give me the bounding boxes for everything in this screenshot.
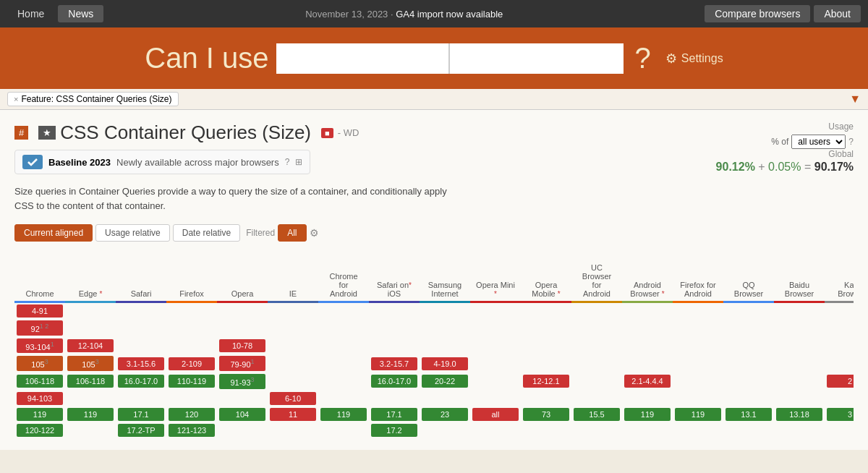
- cell-safari: [116, 319, 166, 337]
- navigation: Home News November 13, 2023 · GA4 import…: [0, 0, 868, 27]
- cell-baidu: [774, 372, 825, 391]
- cell-android: [622, 422, 673, 438]
- home-button[interactable]: Home: [7, 5, 54, 22]
- cell-uc: [571, 337, 622, 355]
- search-input-2[interactable]: [450, 43, 624, 74]
- browser-table-wrap: Chrome Edge * Safari Firefox Opera IE Ch…: [14, 260, 854, 438]
- filter-current-button[interactable]: Current aligned: [14, 224, 93, 242]
- star-button[interactable]: ★: [38, 126, 56, 140]
- about-button[interactable]: About: [814, 5, 861, 22]
- cell-baidu: [774, 354, 825, 372]
- tab-chip[interactable]: × Feature: CSS Container Queries (Size): [7, 92, 179, 106]
- cell-opera_mini: all: [470, 406, 521, 422]
- cell-ie: 11: [268, 406, 318, 422]
- filter-settings-icon[interactable]: ⚙: [310, 227, 319, 239]
- cell-firefox_android: [673, 372, 723, 391]
- cell-opera_mini: [470, 354, 521, 372]
- gear-icon: ⚙: [665, 51, 677, 67]
- cell-chrome_android: [318, 422, 369, 438]
- filter-date-button[interactable]: Date relative: [173, 224, 240, 242]
- filter-icon[interactable]: ▼: [849, 93, 861, 106]
- baseline-copy-icon[interactable]: ⊞: [295, 157, 302, 167]
- cell-firefox_android: [673, 302, 723, 320]
- cell-edge: [65, 302, 116, 320]
- news-button[interactable]: News: [58, 5, 103, 22]
- cell-opera_mini: [470, 319, 521, 337]
- cell-opera_mini: [470, 337, 521, 355]
- cell-chrome_android: [318, 391, 369, 406]
- usage-label: Usage: [651, 122, 854, 132]
- usage-numbers: 90.12% + 0.05% = 90.17%: [651, 161, 854, 174]
- cell-chrome: 921 2: [14, 319, 65, 337]
- nav-date: November 13, 2023: [305, 9, 388, 20]
- cell-opera: 104: [217, 406, 268, 422]
- cell-opera: [217, 391, 268, 406]
- cell-kai: [825, 422, 854, 438]
- nav-cta[interactable]: GA4 import now available: [396, 9, 503, 20]
- cell-chrome: 119: [14, 406, 65, 422]
- cell-firefox_android: [673, 319, 723, 337]
- cell-chrome: 106-118: [14, 372, 65, 391]
- close-icon[interactable]: ×: [14, 95, 18, 103]
- cell-qq: [723, 372, 774, 391]
- th-opera-mobile: OperaMobile *: [521, 260, 571, 302]
- th-ie: IE: [268, 260, 318, 302]
- nav-left: Home News: [7, 5, 103, 22]
- cell-firefox: [166, 302, 217, 320]
- filter-all-button[interactable]: All: [278, 224, 306, 242]
- help-icon[interactable]: ?: [848, 137, 854, 147]
- hero-title: Can I use: [145, 42, 268, 74]
- cell-chrome: 1053: [14, 354, 65, 372]
- cell-samsung: [420, 337, 470, 355]
- usage-scope: Global: [651, 149, 854, 159]
- hero-section: Can I use ? ⚙ Settings: [0, 27, 868, 89]
- cell-baidu: [774, 337, 825, 355]
- cell-chrome: 120-122: [14, 422, 65, 438]
- cell-chrome_android: 119: [318, 406, 369, 422]
- user-type-select[interactable]: all users: [791, 135, 846, 149]
- compare-button[interactable]: Compare browsers: [705, 5, 810, 22]
- usage-green: 90.12%: [716, 161, 755, 173]
- cell-ie: 6-10: [268, 391, 318, 406]
- cell-android: 119: [622, 406, 673, 422]
- cell-safari: 16.0-17.0: [116, 372, 166, 391]
- cell-uc: [571, 302, 622, 320]
- cell-safari: [116, 391, 166, 406]
- cell-edge: [65, 391, 116, 406]
- cell-safari_ios: 3.2-15.7: [369, 354, 420, 372]
- cell-chrome: 94-103: [14, 391, 65, 406]
- cell-chrome_android: [318, 302, 369, 320]
- spec-badge: ■: [321, 128, 333, 138]
- cell-ie: [268, 422, 318, 438]
- cell-qq: [723, 302, 774, 320]
- th-qq: QQBrowser: [723, 260, 774, 302]
- cell-baidu: 13.18: [774, 406, 825, 422]
- cell-safari: 3.1-15.6: [116, 354, 166, 372]
- cell-edge: 1053: [65, 354, 116, 372]
- baseline-help-icon[interactable]: ?: [285, 157, 290, 167]
- nav-right: Compare browsers About: [705, 5, 861, 22]
- table-row: 4-91: [14, 302, 854, 320]
- cell-safari_ios: 17.1: [369, 406, 420, 422]
- anchor-button[interactable]: #: [14, 126, 28, 140]
- th-opera: Opera: [217, 260, 268, 302]
- search-input-1[interactable]: [276, 43, 450, 74]
- cell-opera_mini: [470, 302, 521, 320]
- cell-kai: 3: [825, 406, 854, 422]
- usage-partial: 0.05%: [768, 161, 801, 173]
- table-row: 106-118106-11816.0-17.0110-11991-93316.0…: [14, 372, 854, 391]
- cell-chrome: 4-91: [14, 302, 65, 320]
- cell-uc: [571, 319, 622, 337]
- cell-edge: [65, 422, 116, 438]
- tab-chip-label: Feature: CSS Container Queries (Size): [21, 94, 171, 104]
- cell-uc: [571, 354, 622, 372]
- settings-button[interactable]: ⚙ Settings: [665, 51, 723, 67]
- cell-opera_mobile: 12-12.1: [521, 372, 571, 391]
- cell-samsung: [420, 302, 470, 320]
- th-chrome: Chrome: [14, 260, 65, 302]
- cell-safari: 17.1: [116, 406, 166, 422]
- th-edge: Edge *: [65, 260, 116, 302]
- cell-opera_mobile: [521, 354, 571, 372]
- cell-android: [622, 337, 673, 355]
- filter-usage-button[interactable]: Usage relative: [95, 224, 170, 242]
